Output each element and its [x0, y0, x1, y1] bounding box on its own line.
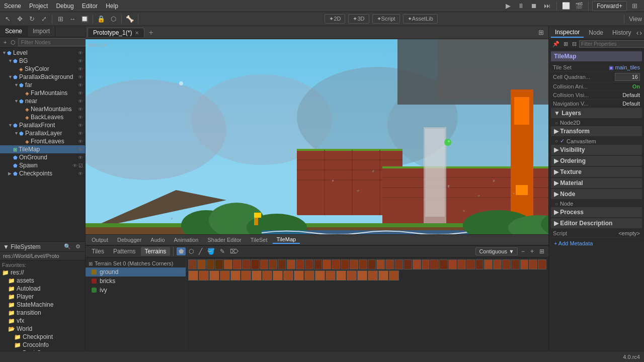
- tile-cell[interactable]: [520, 259, 529, 269]
- tile-cell[interactable]: [336, 270, 346, 281]
- terrain-item-ivy[interactable]: ivy: [86, 286, 186, 295]
- menu-scene[interactable]: Scene: [4, 3, 21, 10]
- tile-cell[interactable]: [413, 259, 421, 269]
- insp-node2d-label[interactable]: Node2D: [551, 119, 642, 126]
- tile-cell[interactable]: [430, 259, 439, 269]
- tree-item-far[interactable]: ▼ ⬟ far 👁: [0, 81, 85, 89]
- inspector-back[interactable]: ‹: [636, 29, 639, 37]
- tree-item-level[interactable]: ▼ ⬟ Level 👁: [0, 49, 85, 57]
- tm-tab-tiles[interactable]: Tiles: [88, 247, 108, 256]
- filter-nodes-input[interactable]: [18, 38, 93, 46]
- inspector-forward[interactable]: ›: [639, 29, 642, 37]
- fs-assets[interactable]: 📁 assets: [0, 277, 85, 285]
- tile-cell[interactable]: [332, 259, 340, 269]
- add-node-button[interactable]: +: [2, 39, 8, 46]
- tile-cell[interactable]: [251, 259, 260, 269]
- lock-btn[interactable]: 🔒: [96, 14, 107, 25]
- tree-item-skycolor[interactable]: ◈ SkyColor 👁: [0, 65, 85, 73]
- tile-cell[interactable]: [294, 270, 304, 281]
- tile-cell[interactable]: [389, 270, 399, 281]
- tile-cell[interactable]: [378, 270, 388, 281]
- tile-cell[interactable]: [296, 259, 304, 269]
- insp-texture-header[interactable]: ▶ Texture: [551, 167, 642, 177]
- tile-cell[interactable]: [323, 259, 331, 269]
- tab-import[interactable]: Import: [28, 26, 55, 37]
- mode-2d[interactable]: ✦2D: [325, 14, 345, 24]
- tile-cell[interactable]: [529, 259, 537, 269]
- bot-tab-debugger[interactable]: Debugger: [113, 236, 145, 243]
- fs-dashgem[interactable]: 📁 DashGem: [0, 349, 85, 351]
- fs-world[interactable]: 📂 World: [0, 325, 85, 333]
- line-btn[interactable]: ╱: [197, 247, 204, 255]
- fs-settings-btn[interactable]: ⚙: [74, 243, 82, 250]
- tile-cell[interactable]: [230, 270, 240, 281]
- menu-help[interactable]: Help: [106, 3, 118, 10]
- fs-transition[interactable]: 📁 transition: [0, 309, 85, 317]
- terrain-item-bricks[interactable]: bricks: [86, 277, 186, 286]
- tile-cell[interactable]: [260, 259, 269, 269]
- viewport[interactable]: ✦ ✦ ✦ ✦ ✦: [86, 39, 548, 234]
- menu-debug[interactable]: Debug: [56, 3, 73, 10]
- tile-cell[interactable]: [314, 259, 323, 269]
- tree-item-farmountains[interactable]: ◈ FarMountains 👁: [0, 89, 85, 97]
- tile-cell[interactable]: [347, 270, 357, 281]
- tree-item-nearmountains[interactable]: ◈ NearMountains 👁: [0, 105, 85, 113]
- menu-editor[interactable]: Editor: [82, 3, 98, 10]
- filter-properties-input[interactable]: [579, 40, 644, 48]
- tile-cell[interactable]: [448, 259, 457, 269]
- tile-cell[interactable]: [326, 270, 336, 281]
- select-tool[interactable]: ↖: [2, 14, 13, 25]
- tab-node[interactable]: Node: [585, 28, 607, 37]
- add-metadata-button[interactable]: + Add Metadata: [551, 238, 642, 249]
- smart-snapping[interactable]: 🔲: [79, 14, 90, 25]
- fs-search-btn[interactable]: 🔍: [62, 243, 72, 250]
- tab-history[interactable]: History: [608, 28, 635, 37]
- insp-ordering-header[interactable]: ▶ Ordering: [551, 156, 642, 166]
- bot-tab-animation[interactable]: Animation: [170, 236, 203, 243]
- terrain-set-header[interactable]: ⊞ Terrain Set 0 (Matches Corners): [86, 259, 186, 267]
- rect-btn[interactable]: ⬡: [187, 247, 196, 255]
- tree-item-parallaxfront[interactable]: ▼ ⬟ ParallaxFront 👁: [0, 121, 85, 129]
- tile-cell[interactable]: [188, 259, 197, 269]
- tile-cell[interactable]: [233, 259, 242, 269]
- movie-button[interactable]: 🎬: [574, 1, 585, 12]
- tile-cell[interactable]: [269, 259, 277, 269]
- bot-tab-shader-editor[interactable]: Shader Editor: [203, 236, 245, 243]
- skeleton-btn[interactable]: 🦴: [124, 14, 135, 25]
- tm-tab-patterns[interactable]: Patterns: [109, 247, 140, 256]
- layout-button[interactable]: ⊞: [629, 1, 640, 12]
- group-btn[interactable]: ⬡: [108, 14, 119, 25]
- layout-toggle[interactable]: ⊞: [535, 27, 546, 38]
- tree-item-checkpoints[interactable]: ▶ ⬟ Checkpoints 👁: [0, 169, 85, 177]
- snap-tool[interactable]: ⊞: [55, 14, 66, 25]
- tile-cell[interactable]: [242, 259, 251, 269]
- fs-statemachine[interactable]: 📁 StateMachine: [0, 301, 85, 309]
- insp-node-sub[interactable]: Node: [551, 200, 642, 207]
- tile-cell[interactable]: [385, 259, 394, 269]
- tm-zoom-out[interactable]: −: [519, 247, 527, 255]
- insp-collapse-btn[interactable]: ⊟: [571, 40, 578, 48]
- tile-cell[interactable]: [394, 259, 403, 269]
- fs-crocoinfo[interactable]: 📁 CrocoInfo: [0, 341, 85, 349]
- tile-cell[interactable]: [304, 270, 314, 281]
- tile-cell[interactable]: [220, 270, 230, 281]
- tile-cell[interactable]: [241, 270, 251, 281]
- contiguous-dropdown[interactable]: Contiguous ▼: [475, 247, 518, 255]
- insp-node-header[interactable]: ▶ Node: [551, 189, 642, 199]
- tile-cell[interactable]: [511, 259, 520, 269]
- tile-cell[interactable]: [188, 270, 198, 281]
- insp-process-header[interactable]: ▶ Process: [551, 207, 642, 217]
- tile-cell[interactable]: [439, 259, 448, 269]
- tree-item-frontleaves[interactable]: ◈ FrontLeaves 👁: [0, 137, 85, 145]
- tab-inspector[interactable]: Inspector: [551, 28, 584, 38]
- stop-button[interactable]: ⏹: [529, 1, 540, 12]
- menu-project[interactable]: Project: [29, 3, 48, 10]
- tile-cell[interactable]: [484, 259, 493, 269]
- tile-cell[interactable]: [209, 270, 219, 281]
- tile-cell[interactable]: [278, 259, 286, 269]
- erase-btn[interactable]: ⌦: [228, 247, 240, 255]
- move-tool[interactable]: ✥: [14, 14, 25, 25]
- fs-vfx[interactable]: 📁 vfx: [0, 317, 85, 325]
- tile-cell[interactable]: [368, 259, 376, 269]
- tree-item-bg[interactable]: ▼ ⬟ BG 👁: [0, 57, 85, 65]
